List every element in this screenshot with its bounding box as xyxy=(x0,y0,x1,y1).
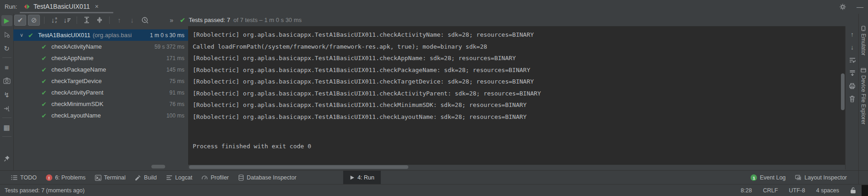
next-occurrence-button[interactable]: ↓ xyxy=(127,15,138,25)
stripe-label: Device File Explorer xyxy=(860,75,867,124)
attach-to-process-icon[interactable] xyxy=(1,103,12,114)
print-icon[interactable] xyxy=(847,81,857,91)
screenshot-camera-icon[interactable] xyxy=(1,75,12,86)
interrupt-lightning-icon[interactable]: ↯ xyxy=(1,89,12,100)
toggle-auto-test-icon[interactable]: ↻ xyxy=(1,43,12,54)
test-tree: ∨ ✔ TestA1BasicUIX011 (org.aplas.basi 1 … xyxy=(13,26,188,169)
tool-window-logcat[interactable]: Logcat xyxy=(161,171,197,185)
tree-horizontal-scrollbar[interactable] xyxy=(151,165,165,168)
close-icon[interactable]: × xyxy=(95,3,99,10)
tree-root-row[interactable]: ∨ ✔ TestA1BasicUIX011 (org.aplas.basi 1 … xyxy=(13,29,188,41)
test-passed-icon: ✔ xyxy=(41,78,51,85)
test-passed-icon: ✔ xyxy=(41,66,51,73)
passed-check-icon: ✔ xyxy=(180,16,186,24)
tool-window-terminal[interactable]: Terminal xyxy=(90,171,130,185)
stripe-button-emulator[interactable]: Emulator xyxy=(860,26,867,56)
test-name: checkMinimumSDK xyxy=(51,101,103,107)
stripe-button-device-file-explorer[interactable]: Device File Explorer xyxy=(860,67,867,124)
tool-window-run-selected[interactable]: 4: Run xyxy=(343,171,381,185)
test-row[interactable]: ✔ checkLayoutName 100 ms xyxy=(13,110,188,121)
event-log-button[interactable]: 1 Event Log xyxy=(746,174,790,181)
summary-detail-text: of 7 tests – 1 m 0 s 30 ms xyxy=(234,17,302,23)
console-output: [Robolectric] org.aplas.basicappx.TestA1… xyxy=(188,26,845,169)
test-name: checkActivityName xyxy=(51,43,102,50)
soft-wrap-icon[interactable] xyxy=(847,55,857,65)
resize-grip-widget[interactable] xyxy=(862,185,868,196)
tool-window-problems[interactable]: ! 6: Problems xyxy=(41,171,90,185)
console-line: [Robolectric] org.aplas.basicappx.TestA1… xyxy=(193,88,845,100)
test-row[interactable]: ✔ checkActivityName 59 s 372 ms xyxy=(13,41,188,52)
run-tool-window: Run: TestA1BasicUIX011 × — ✔ ⊘ ↓ az xyxy=(0,0,868,196)
rerun-failed-tests-icon[interactable] xyxy=(1,29,12,40)
test-row[interactable]: ✔ checkAppName 171 ms xyxy=(13,52,188,64)
indent-widget[interactable]: 4 spaces xyxy=(816,187,839,194)
show-ignored-button[interactable]: ⊘ xyxy=(28,15,40,26)
minimize-icon[interactable]: — xyxy=(857,2,863,11)
test-row[interactable]: ✔ checkPackageName 145 ms xyxy=(13,64,188,75)
restore-layout-icon[interactable]: ▦ xyxy=(1,122,12,133)
console-hscroll-track[interactable] xyxy=(188,165,845,169)
console-vertical-scrollbar[interactable] xyxy=(841,73,845,110)
console-line: Called loadFromPath(/system/framework/fr… xyxy=(193,41,845,53)
up-stack-trace-icon[interactable]: ↑ xyxy=(847,29,857,39)
status-message: Tests passed: 7 (moments ago) xyxy=(5,187,84,194)
pin-tab-icon[interactable] xyxy=(1,153,12,164)
test-time: 100 ms xyxy=(167,112,184,119)
console-line: [Robolectric] org.aplas.basicappx.TestA1… xyxy=(193,111,845,123)
test-row[interactable]: ✔ checkActivityParent 91 ms xyxy=(13,87,188,98)
stop-button[interactable]: ■ xyxy=(1,62,12,73)
rerun-button[interactable]: ▶ xyxy=(1,15,12,26)
run-config-icon xyxy=(23,3,30,10)
test-name: checkAppName xyxy=(51,55,94,62)
layout-inspector-button[interactable]: Layout Inspector xyxy=(790,174,851,181)
show-passed-button[interactable]: ✔ xyxy=(14,15,26,26)
hammer-icon xyxy=(135,174,141,181)
test-time: 76 ms xyxy=(169,101,184,107)
scroll-to-end-icon[interactable] xyxy=(847,68,857,78)
tool-window-database-inspector[interactable]: Database Inspector xyxy=(234,171,301,185)
chevron-down-icon[interactable]: ∨ xyxy=(20,32,28,38)
test-name: checkActivityParent xyxy=(51,89,103,96)
run-left-toolbar: ▶ ↻ ■ ↯ ▦ xyxy=(0,14,14,170)
tool-window-profiler[interactable]: Profiler xyxy=(197,171,234,185)
sort-alphabetically-button[interactable]: ↓ az xyxy=(49,15,60,25)
test-passed-icon: ✔ xyxy=(41,101,51,108)
tool-window-build[interactable]: Build xyxy=(130,171,161,185)
line-ending-widget[interactable]: CRLF xyxy=(763,187,778,194)
left-toolbar-separator xyxy=(2,118,11,118)
more-actions-icon[interactable]: » xyxy=(170,17,173,24)
expand-all-button[interactable] xyxy=(81,15,92,25)
sort-by-duration-button[interactable]: ↓ xyxy=(61,15,72,25)
tool-window-label: Layout Inspector xyxy=(805,174,847,181)
test-row[interactable]: ✔ checkMinimumSDK 76 ms xyxy=(13,98,188,110)
test-row[interactable]: ✔ checkTargetDevice 75 ms xyxy=(13,75,188,87)
test-time: 75 ms xyxy=(169,78,184,84)
test-history-icon[interactable] xyxy=(139,15,150,25)
test-name: checkLayoutName xyxy=(51,112,101,119)
todo-list-icon xyxy=(11,175,17,180)
console-line: [Robolectric] org.aplas.basicappx.TestA1… xyxy=(193,76,845,88)
console-horizontal-scrollbar[interactable] xyxy=(189,165,408,169)
emulator-icon xyxy=(861,26,866,31)
toolbar-separator xyxy=(44,17,45,24)
logcat-icon xyxy=(166,175,172,180)
unlock-icon[interactable] xyxy=(850,187,856,194)
clear-all-trash-icon[interactable] xyxy=(847,94,857,104)
console-line: [Robolectric] org.aplas.basicappx.TestA1… xyxy=(193,64,845,76)
encoding-widget[interactable]: UTF-8 xyxy=(789,187,805,194)
run-header-bar: Run: TestA1BasicUIX011 × — xyxy=(0,0,868,14)
tool-window-label: Event Log xyxy=(760,174,785,181)
bottom-tool-window-bar: TODO ! 6: Problems Terminal Build Logcat… xyxy=(0,170,868,185)
layout-inspector-icon xyxy=(795,175,802,181)
tool-window-todo[interactable]: TODO xyxy=(6,171,41,185)
down-stack-trace-icon[interactable]: ↓ xyxy=(847,42,857,52)
test-passed-icon: ✔ xyxy=(41,89,51,96)
collapse-all-button[interactable] xyxy=(94,15,105,25)
previous-occurrence-button[interactable]: ↑ xyxy=(114,15,125,25)
status-bar: Tests passed: 7 (moments ago) 8:28 CRLF … xyxy=(0,184,868,196)
left-toolbar-separator xyxy=(2,57,11,58)
test-time: 171 ms xyxy=(167,55,184,62)
gear-icon[interactable] xyxy=(837,2,848,12)
caret-position-widget[interactable]: 8:28 xyxy=(741,187,752,194)
run-config-tab[interactable]: TestA1BasicUIX011 × xyxy=(20,0,102,12)
